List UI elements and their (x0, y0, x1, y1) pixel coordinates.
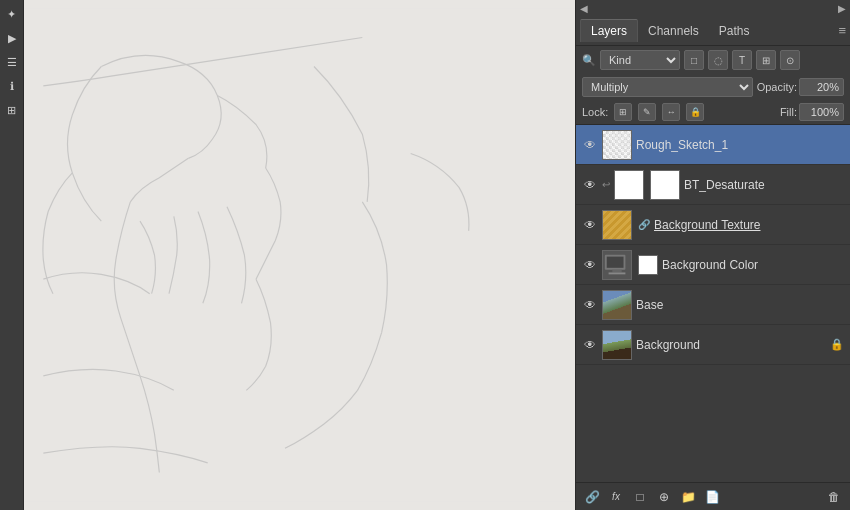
layer-visibility-background[interactable]: 👁 (582, 337, 598, 353)
opacity-control: Opacity: 20% (757, 78, 844, 96)
tool-layers-list[interactable]: ☰ (2, 52, 22, 72)
layer-name-background-color: Background Color (662, 258, 844, 272)
layer-thumbnail-background-color-swatch (638, 255, 658, 275)
layers-list: 👁 Rough_Sketch_1 👁 ↩ BT_Desaturate 👁 (576, 125, 850, 482)
kind-adjust-btn[interactable]: ◌ (708, 50, 728, 70)
tab-layers[interactable]: Layers (580, 19, 638, 42)
layer-thumbnail-background-texture (602, 210, 632, 240)
delete-layer-btn[interactable]: 🗑 (824, 487, 844, 507)
tabs-row: Layers Channels Paths ≡ (576, 16, 850, 46)
layer-item-background[interactable]: 👁 Background 🔒 (576, 325, 850, 365)
lock-label: Lock: (582, 106, 608, 118)
layer-visibility-base[interactable]: 👁 (582, 297, 598, 313)
collapse-right-arrow[interactable]: ▶ (838, 3, 846, 14)
layer-indent-icon: ↩ (602, 179, 610, 190)
layer-item-rough-sketch[interactable]: 👁 Rough_Sketch_1 (576, 125, 850, 165)
svg-rect-0 (24, 9, 575, 502)
fx-btn[interactable]: fx (606, 487, 626, 507)
layer-item-background-color[interactable]: 👁 Background Color (576, 245, 850, 285)
kind-type-btn[interactable]: T (732, 50, 752, 70)
tool-play[interactable]: ▶ (2, 28, 22, 48)
layer-thumbnail-bt-desaturate (614, 170, 644, 200)
blend-mode-select[interactable]: Multiply (582, 77, 753, 97)
layer-visibility-rough-sketch[interactable]: 👁 (582, 137, 598, 153)
kind-pixel-btn[interactable]: □ (684, 50, 704, 70)
collapse-left-arrow[interactable]: ◀ (580, 3, 588, 14)
tab-channels[interactable]: Channels (638, 20, 709, 42)
tab-paths[interactable]: Paths (709, 20, 760, 42)
svg-rect-5 (609, 272, 626, 274)
search-icon: 🔍 (582, 54, 596, 67)
new-layer-btn[interactable]: 📄 (702, 487, 722, 507)
kind-shape-btn[interactable]: ⊞ (756, 50, 776, 70)
new-group-btn[interactable]: 📁 (678, 487, 698, 507)
fill-label: Fill: (780, 106, 797, 118)
layer-thumbnail-base (602, 290, 632, 320)
tool-grid[interactable]: ⊞ (2, 100, 22, 120)
right-panel: ◀ ▶ Layers Channels Paths ≡ 🔍 Kind □ ◌ T… (575, 0, 850, 510)
new-adjustment-btn[interactable]: ⊕ (654, 487, 674, 507)
kind-row: 🔍 Kind □ ◌ T ⊞ ⊙ (576, 46, 850, 74)
layer-visibility-background-texture[interactable]: 👁 (582, 217, 598, 233)
layer-item-base[interactable]: 👁 Base (576, 285, 850, 325)
kind-select[interactable]: Kind (600, 50, 680, 70)
layer-name-bt-desaturate: BT_Desaturate (684, 178, 844, 192)
layer-thumbnail-background-color (602, 250, 632, 280)
bottom-toolbar: 🔗 fx □ ⊕ 📁 📄 🗑 (576, 482, 850, 510)
lock-all-btn[interactable]: 🔒 (686, 103, 704, 121)
left-toolbar: ✦ ▶ ☰ ℹ ⊞ (0, 0, 24, 510)
layer-name-background-texture: Background Texture (654, 218, 844, 232)
panel-menu-button[interactable]: ≡ (838, 23, 846, 38)
layer-thumbnail-rough-sketch (602, 130, 632, 160)
lock-row: Lock: ⊞ ✎ ↔ 🔒 Fill: 100% (576, 100, 850, 125)
layer-link-icon: 🔗 (638, 219, 650, 230)
opacity-value[interactable]: 20% (799, 78, 844, 96)
layer-name-base: Base (636, 298, 844, 312)
tool-info[interactable]: ℹ (2, 76, 22, 96)
svg-rect-4 (612, 269, 621, 272)
layer-name-background: Background (636, 338, 826, 352)
panel-top-bar: ◀ ▶ (576, 0, 850, 16)
fill-value[interactable]: 100% (799, 103, 844, 121)
lock-move-btn[interactable]: ↔ (662, 103, 680, 121)
svg-rect-3 (607, 256, 624, 267)
layer-thumbnail-background (602, 330, 632, 360)
tool-1[interactable]: ✦ (2, 4, 22, 24)
blend-row: Multiply Opacity: 20% (576, 74, 850, 100)
layer-lock-icon-background: 🔒 (830, 338, 844, 351)
layer-visibility-bt-desaturate[interactable]: 👁 (582, 177, 598, 193)
fill-control: Fill: 100% (780, 103, 844, 121)
kind-smart-btn[interactable]: ⊙ (780, 50, 800, 70)
layer-visibility-background-color[interactable]: 👁 (582, 257, 598, 273)
layer-name-rough-sketch: Rough_Sketch_1 (636, 138, 844, 152)
lock-pixels-btn[interactable]: ⊞ (614, 103, 632, 121)
layer-thumbnail-bt-desaturate-mask (650, 170, 680, 200)
canvas-area (24, 0, 575, 510)
layer-item-bt-desaturate[interactable]: 👁 ↩ BT_Desaturate (576, 165, 850, 205)
link-layers-btn[interactable]: 🔗 (582, 487, 602, 507)
lock-paint-btn[interactable]: ✎ (638, 103, 656, 121)
layer-item-background-texture[interactable]: 👁 🔗 Background Texture (576, 205, 850, 245)
add-mask-btn[interactable]: □ (630, 487, 650, 507)
opacity-label: Opacity: (757, 81, 797, 93)
